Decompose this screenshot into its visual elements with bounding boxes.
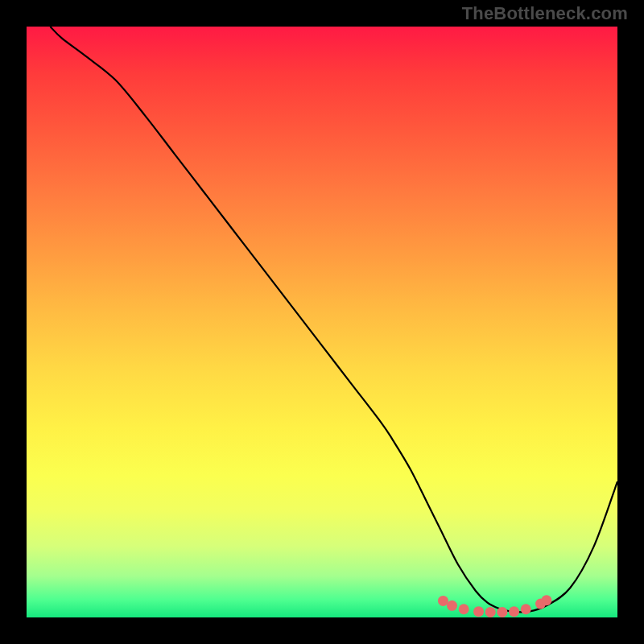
watermark-text: TheBottleneck.com xyxy=(462,3,628,24)
plateau-marker xyxy=(438,596,448,606)
plateau-marker xyxy=(447,601,457,611)
plateau-marker xyxy=(497,607,507,617)
chart-container: TheBottleneck.com xyxy=(0,0,644,644)
curve-svg xyxy=(27,27,617,617)
bottleneck-curve xyxy=(50,27,617,612)
plateau-marker xyxy=(521,604,531,614)
plateau-marker xyxy=(509,606,519,617)
plateau-marker xyxy=(541,595,551,605)
plateau-marker xyxy=(485,607,496,617)
plateau-marker xyxy=(459,604,469,614)
plot-area xyxy=(27,27,617,617)
plateau-marker xyxy=(473,606,484,617)
